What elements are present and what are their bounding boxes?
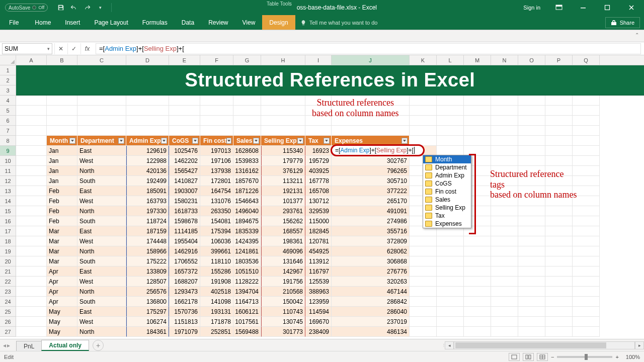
table-cell[interactable]: 1569488 <box>233 327 261 337</box>
table-cell[interactable]: 276776 <box>332 266 410 277</box>
sheet-tab-actual-only[interactable]: Actual only <box>41 340 89 351</box>
table-cell[interactable]: 286040 <box>332 307 410 317</box>
table-cell[interactable]: 114594 <box>305 307 332 317</box>
table-cell[interactable]: 171878 <box>200 317 233 327</box>
tab-home[interactable]: Home <box>28 15 58 30</box>
column-header-A[interactable]: A <box>16 55 47 65</box>
table-cell[interactable]: 136800 <box>126 297 169 307</box>
table-cell[interactable]: 1017561 <box>233 317 261 327</box>
row-header[interactable]: 6 <box>0 116 16 126</box>
filter-dropdown-icon[interactable] <box>118 138 124 144</box>
cancel-formula-icon[interactable]: ✕ <box>54 43 66 54</box>
page-break-view-icon[interactable] <box>537 353 548 361</box>
column-header-L[interactable]: L <box>437 55 464 65</box>
table-cell[interactable]: 372809 <box>332 236 410 246</box>
table-cell[interactable]: Apr <box>47 297 77 307</box>
table-cell[interactable]: 154081 <box>200 216 233 226</box>
table-cell[interactable]: 123959 <box>305 297 332 307</box>
zoom-out-icon[interactable]: − <box>551 354 554 360</box>
table-cell[interactable]: 1394704 <box>233 287 261 297</box>
table-cell[interactable]: 110743 <box>261 307 305 317</box>
table-cell[interactable]: 158966 <box>126 246 169 256</box>
filter-dropdown-icon[interactable] <box>192 138 198 144</box>
row-header[interactable]: 1 <box>0 65 16 75</box>
table-cell[interactable]: 122988 <box>126 156 169 166</box>
table-cell[interactable]: 1657372 <box>169 266 200 277</box>
table-cell[interactable]: Jan <box>47 176 77 186</box>
table-cell[interactable]: East <box>77 186 126 196</box>
table-cell[interactable]: West <box>77 277 126 287</box>
column-header-E[interactable]: E <box>169 55 200 65</box>
table-cell[interactable]: 129619 <box>126 146 169 156</box>
table-cell[interactable]: Mar <box>47 256 77 266</box>
table-cell[interactable]: Jan <box>47 146 77 156</box>
table-cell[interactable]: 1662178 <box>169 297 200 307</box>
column-header-B[interactable]: B <box>47 55 77 65</box>
table-cell[interactable]: North <box>77 166 126 176</box>
table-cell[interactable]: 1606121 <box>233 307 261 317</box>
row-header[interactable]: 5 <box>0 106 16 116</box>
table-header-tax[interactable]: Tax <box>305 136 332 146</box>
autosave-toggle[interactable]: AutoSave Off <box>5 4 48 12</box>
zoom-level[interactable]: 100% <box>626 354 640 360</box>
table-cell[interactable]: 1598678 <box>169 216 200 226</box>
table-cell[interactable]: 1462202 <box>169 156 200 166</box>
table-cell[interactable]: North <box>77 206 126 216</box>
table-cell[interactable]: 1164713 <box>233 297 261 307</box>
tab-view[interactable]: View <box>235 15 263 30</box>
intellisense-item[interactable]: Department <box>423 163 471 171</box>
table-cell[interactable]: 1241861 <box>233 246 261 256</box>
row-header[interactable]: 20 <box>0 256 16 266</box>
row-header[interactable]: 8 <box>0 136 16 146</box>
table-cell[interactable]: 174448 <box>126 236 169 246</box>
tab-insert[interactable]: Insert <box>58 15 87 30</box>
row-header[interactable]: 19 <box>0 246 16 256</box>
table-cell[interactable]: 1496040 <box>233 206 261 216</box>
intellisense-item[interactable]: Selling Exp <box>423 204 471 212</box>
table-cell[interactable]: 454925 <box>305 246 332 256</box>
table-cell[interactable]: 329539 <box>305 206 332 216</box>
table-cell[interactable]: 113912 <box>305 256 332 266</box>
table-cell[interactable]: 175394 <box>200 226 233 236</box>
table-cell[interactable]: 1903007 <box>169 186 200 196</box>
table-cell[interactable]: 175297 <box>126 307 169 317</box>
row-header[interactable]: 4 <box>0 96 16 106</box>
undo-icon[interactable] <box>68 2 80 14</box>
table-cell[interactable]: 238409 <box>305 327 332 337</box>
close-icon[interactable] <box>620 0 643 15</box>
maximize-icon[interactable] <box>596 0 619 15</box>
horizontal-scrollbar[interactable]: ⋮ ◂ ▸ <box>442 341 644 349</box>
table-cell[interactable]: 796265 <box>332 166 410 176</box>
qat-customize-icon[interactable]: ▾ <box>94 2 106 14</box>
table-cell[interactable]: 1128222 <box>233 277 261 287</box>
table-cell[interactable]: May <box>47 307 77 317</box>
table-cell[interactable]: 355716 <box>332 226 410 236</box>
table-cell[interactable]: 131646 <box>261 256 305 266</box>
row-header[interactable]: 17 <box>0 226 16 236</box>
table-cell[interactable]: 193131 <box>200 307 233 317</box>
sheet-nav-prev-icon[interactable]: ◂ <box>3 342 6 349</box>
filter-dropdown-icon[interactable] <box>324 138 330 144</box>
sheet-nav-next-icon[interactable]: ▸ <box>7 342 10 349</box>
table-cell[interactable]: 286842 <box>332 297 410 307</box>
table-cell[interactable]: 237019 <box>332 317 410 327</box>
intellisense-item[interactable]: Admin Exp <box>423 171 471 179</box>
table-header-department[interactable]: Department <box>77 136 126 146</box>
table-cell[interactable]: Jan <box>47 156 77 166</box>
column-header-G[interactable]: G <box>233 55 261 65</box>
row-header[interactable]: 18 <box>0 236 16 246</box>
ribbon-display-options-icon[interactable] <box>547 0 571 15</box>
filter-dropdown-icon[interactable] <box>161 138 167 144</box>
normal-view-icon[interactable] <box>509 353 520 361</box>
row-header[interactable]: 27 <box>0 327 16 337</box>
table-cell[interactable]: 120781 <box>305 236 332 246</box>
column-header-J[interactable]: J <box>332 55 410 65</box>
enter-formula-icon[interactable]: ✓ <box>67 43 79 54</box>
table-cell[interactable]: Feb <box>47 216 77 226</box>
row-header[interactable]: 2 <box>0 75 16 85</box>
table-cell[interactable]: 130712 <box>305 196 332 206</box>
table-cell[interactable]: 192499 <box>126 176 169 186</box>
table-cell[interactable]: 252851 <box>200 327 233 337</box>
table-cell[interactable]: 1051510 <box>233 266 261 277</box>
table-cell[interactable]: Mar <box>47 226 77 236</box>
